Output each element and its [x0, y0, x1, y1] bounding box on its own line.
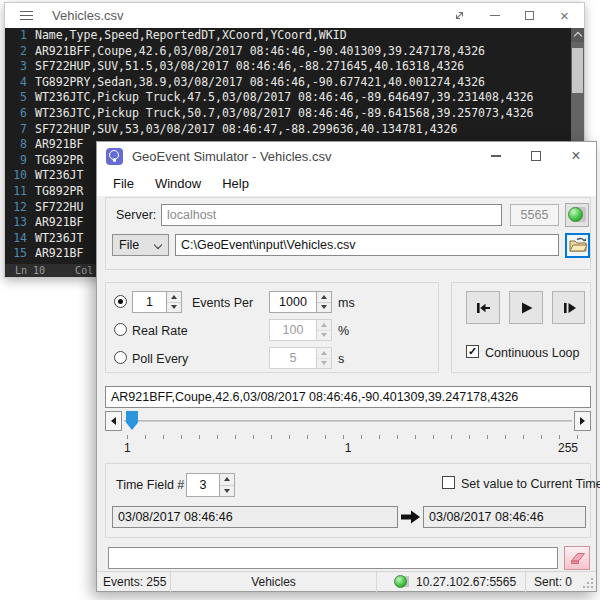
endpoint-panel: 10.27.102.67:5565: [377, 572, 525, 591]
server-host-input[interactable]: [161, 204, 502, 226]
poll-value[interactable]: 5: [270, 348, 316, 368]
time-field-spinner[interactable]: 3: [186, 473, 235, 497]
menu-window[interactable]: Window: [155, 176, 201, 191]
percent-unit-label: %: [338, 324, 349, 338]
spin-down-icon[interactable]: [317, 359, 331, 369]
skip-to-start-button[interactable]: [466, 291, 500, 324]
feed-name-panel: Vehicles: [171, 572, 376, 591]
menu-file[interactable]: File: [113, 176, 134, 191]
time-field-value[interactable]: 3: [187, 474, 219, 496]
csv-line: 6WT236JTC,Pickup Truck,50.7,03/08/2017 0…: [5, 106, 584, 122]
expand-diagonal-icon[interactable]: [442, 3, 477, 28]
geoevent-simulator-window: GeoEvent Simulator - Vehicles.csv × File…: [96, 141, 597, 592]
spin-down-icon[interactable]: [167, 303, 181, 313]
real-rate-spinner[interactable]: 100: [269, 319, 332, 341]
radio-poll-every[interactable]: [114, 351, 127, 364]
slider-right-button[interactable]: [574, 411, 591, 431]
close-icon[interactable]: ×: [547, 3, 582, 28]
geoevent-app-icon: [106, 148, 123, 165]
current-event-field[interactable]: AR921BFF,Coupe,42.6,03/08/2017 08:46:46,…: [105, 386, 591, 408]
real-rate-value[interactable]: 100: [270, 320, 316, 340]
chevron-down-icon: [154, 241, 162, 249]
server-label: Server:: [116, 208, 156, 222]
csv-line: 5WT236JTC,Pickup Truck,47.5,03/08/2017 0…: [5, 90, 584, 106]
set-current-time-checkbox[interactable]: [442, 476, 455, 489]
hamburger-menu-icon[interactable]: [20, 8, 33, 23]
time-to-field[interactable]: [423, 506, 586, 528]
sim-window-controls: ×: [476, 142, 596, 170]
events-per-label: Events Per: [192, 296, 253, 310]
time-field-group: Time Field # 3 Set value to Current Time: [105, 463, 591, 538]
maximize-icon[interactable]: [516, 142, 556, 170]
minimize-icon[interactable]: [476, 142, 516, 170]
slider-ticks: [127, 435, 578, 439]
connection-led: [394, 575, 409, 588]
poll-spinner[interactable]: 5: [269, 347, 332, 369]
close-icon[interactable]: ×: [556, 142, 596, 170]
minimize-icon[interactable]: [477, 3, 512, 28]
play-button[interactable]: [509, 291, 543, 324]
set-current-time-label: Set value to Current Time: [461, 477, 600, 491]
green-dot-icon: [394, 575, 407, 588]
open-folder-icon: [568, 237, 588, 254]
endpoint-text: 10.27.102.67:5565: [416, 575, 516, 589]
source-type-dropdown[interactable]: File: [112, 234, 169, 256]
slider-labels: 1 1 255: [105, 441, 591, 455]
radio-events-per[interactable]: [114, 295, 127, 308]
source-type-value: File: [119, 238, 139, 252]
file-path-input[interactable]: [175, 234, 559, 256]
events-count-panel: Events: 255: [97, 572, 170, 591]
browse-file-button[interactable]: [565, 233, 590, 258]
time-field-label: Time Field #: [116, 478, 184, 492]
events-count-spinner[interactable]: 1: [132, 291, 182, 313]
spin-down-icon[interactable]: [317, 303, 331, 313]
time-from-field[interactable]: [112, 506, 398, 528]
skip-to-start-icon: [474, 299, 492, 317]
menu-help[interactable]: Help: [222, 176, 249, 191]
csv-line: 1Name,Type,Speed,ReportedDT,XCoord,YCoor…: [5, 28, 584, 44]
csv-window-controls: ×: [442, 3, 582, 28]
check-icon: ✓: [468, 345, 477, 357]
maximize-icon[interactable]: [512, 3, 547, 28]
radio-real-rate[interactable]: [114, 323, 127, 336]
triangle-right-icon: [580, 417, 585, 425]
csv-line: 3SF722HUP,SUV,51.5,03/08/2017 08:46:46,-…: [5, 59, 584, 75]
interval-spinner[interactable]: 1000: [269, 291, 332, 313]
menubar: File Window Help: [97, 170, 596, 196]
connected-led-icon: [568, 207, 583, 222]
spin-up-icon[interactable]: [317, 292, 331, 303]
step-button[interactable]: [552, 291, 585, 324]
triangle-left-icon: [111, 417, 116, 425]
line-indicator: Ln 10: [15, 264, 45, 277]
spin-up-icon[interactable]: [220, 474, 234, 486]
spin-down-icon[interactable]: [317, 331, 331, 341]
slider-track[interactable]: [124, 420, 572, 422]
event-slider[interactable]: [105, 411, 591, 433]
column-indicator: Col: [75, 264, 93, 277]
spin-up-icon[interactable]: [167, 292, 181, 303]
spin-down-icon[interactable]: [220, 486, 234, 497]
slider-left-button[interactable]: [105, 411, 122, 431]
seconds-unit-label: s: [338, 352, 344, 366]
sim-titlebar: GeoEvent Simulator - Vehicles.csv ×: [97, 142, 596, 170]
events-count-value[interactable]: 1: [133, 292, 166, 312]
playback-group: ✓ Continuous Loop: [451, 282, 591, 373]
server-port-input[interactable]: [510, 204, 559, 226]
real-rate-label: Real Rate: [132, 324, 188, 338]
slider-max-label: 255: [558, 441, 578, 455]
scrollbar-thumb[interactable]: [572, 48, 583, 93]
slider-thumb[interactable]: [126, 411, 138, 430]
continuous-loop-checkbox[interactable]: ✓: [466, 345, 479, 358]
clear-button[interactable]: [564, 546, 590, 570]
sim-statusbar: Events: 255 Vehicles 10.27.102.67:5565 S…: [97, 571, 596, 591]
interval-value[interactable]: 1000: [270, 292, 316, 312]
resize-grip[interactable]: [581, 576, 593, 588]
spin-up-icon[interactable]: [317, 320, 331, 331]
connection-status-button[interactable]: [565, 203, 589, 227]
slider-min-label: 1: [124, 441, 131, 455]
spin-up-icon[interactable]: [317, 348, 331, 359]
scrollbar-up-icon[interactable]: [571, 28, 584, 42]
server-group: Server: File: [105, 197, 591, 270]
rate-group: 1 Events Per 1000 ms Real Rate 100 % Pol…: [105, 282, 439, 373]
ms-unit-label: ms: [338, 296, 355, 310]
